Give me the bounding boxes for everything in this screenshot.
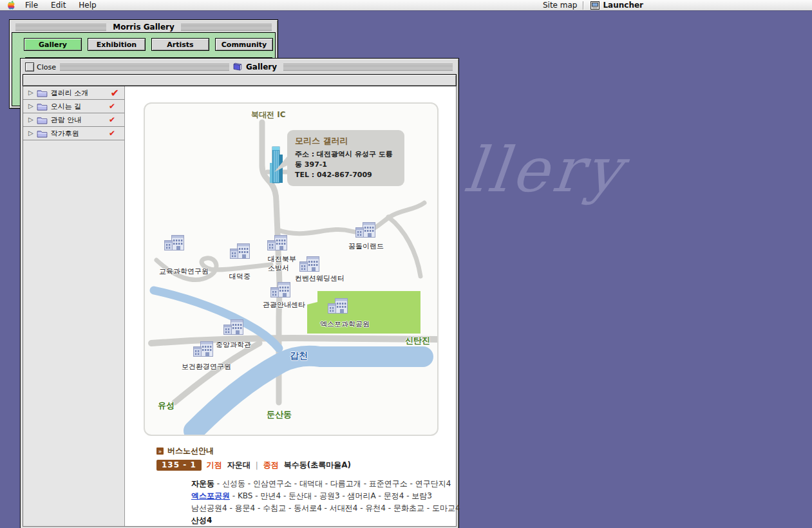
- close-label: Close: [37, 63, 56, 71]
- bus-stops-line-3: 남선공원4 - 용문4 - 수침교 - 동서로4 - 서대전4 - 유천4 - …: [191, 503, 460, 514]
- gallery-window-title: Gallery: [242, 62, 281, 71]
- building-icon: [298, 254, 321, 274]
- menu-launcher[interactable]: Launcher: [603, 1, 643, 10]
- building-icon: [354, 220, 377, 240]
- building-icon: [326, 296, 350, 316]
- bus-number-badge: 135 - 1: [156, 460, 202, 471]
- bus-stops-line-2: 엑스포공원 - KBS - 만년4 - 둔산대 - 공원3 - 샘머리A - 문…: [191, 491, 432, 502]
- tab-community[interactable]: Community: [215, 38, 273, 51]
- tab-gallery[interactable]: Gallery: [24, 38, 82, 51]
- bus-stops: - KBS - 만년4 - 둔산대 - 공원3 - 샘머리A - 문정4 - 보…: [230, 491, 432, 500]
- building-icon: [229, 241, 252, 261]
- apple-menu-icon[interactable]: [6, 1, 16, 10]
- titlebar-stripes: [181, 24, 272, 31]
- destination-label: 종점: [263, 460, 279, 471]
- check-icon: ✔: [109, 102, 115, 111]
- sidebar-item-label: 갤러리 소개: [51, 88, 89, 98]
- map-label-daedeok-middle: 대덕중: [229, 272, 250, 281]
- bus-stop-head: 자운동: [191, 479, 214, 488]
- info-bubble-tail: [274, 156, 288, 173]
- building-icon: [266, 233, 289, 252]
- location-map: 모리스 갤러리 주소 : 대전광역시 유성구 도룡동 397-1 TEL : 0…: [144, 102, 439, 436]
- sidebar-item-label: 작가후원: [51, 129, 79, 138]
- gallery-book-icon: [232, 62, 242, 71]
- gallery-window-content: ▷ 갤러리 소개 ✔ ▷ 오시는 길 ✔ ▷ 관람 안내 ✔ ▷ 작가후원: [23, 86, 457, 527]
- check-icon: ✔: [109, 129, 115, 138]
- gallery-info-bubble: 모리스 갤러리 주소 : 대전광역시 유성구 도룡동 397-1 TEL : 0…: [287, 130, 404, 186]
- gallery-phone: TEL : 042-867-7009: [295, 170, 397, 180]
- sidebar-item-directions[interactable]: ▷ 오시는 길 ✔: [23, 100, 124, 113]
- disclosure-triangle-icon[interactable]: ▷: [28, 103, 33, 109]
- menu-help[interactable]: Help: [79, 1, 96, 10]
- building-icon: [222, 317, 245, 337]
- bus-stops: - 신성동 - 인삼연구소 - 대덕대 - 다름고개 - 표준연구소 - 연구단…: [214, 479, 451, 488]
- check-icon: ✔: [111, 87, 119, 99]
- building-icon: [192, 339, 215, 359]
- sidebar-item-gallery-intro[interactable]: ▷ 갤러리 소개 ✔: [23, 86, 124, 100]
- gallery-toolbar-strip: [23, 74, 457, 86]
- map-label-dunsandong: 둔산동: [267, 409, 292, 420]
- gallery-window-titlebar[interactable]: Close Gallery: [23, 61, 457, 73]
- map-label-yuseong: 유성: [158, 400, 175, 411]
- gallery-address: 주소 : 대전광역시 유성구 도룡동 397-1: [295, 149, 397, 170]
- map-label-health-env-institute: 보건환경연구원: [182, 362, 231, 372]
- folder-icon: [37, 89, 48, 97]
- check-icon: ✔: [109, 115, 115, 124]
- separator: |: [256, 461, 258, 470]
- map-label-tourist-info: 관광안내센타: [263, 300, 305, 310]
- titlebar-stripes: [15, 24, 106, 31]
- sidebar-item-label: 오시는 길: [51, 102, 82, 111]
- menu-site-map[interactable]: Site map: [543, 1, 578, 10]
- disclosure-triangle-icon[interactable]: ▷: [28, 130, 33, 137]
- map-label-central-science-museum: 중앙과학관: [216, 340, 251, 350]
- building-icon: [269, 280, 292, 299]
- desktop-watermark: llery: [461, 134, 628, 206]
- disclosure-triangle-icon[interactable]: ▷: [28, 117, 33, 123]
- building-icon: [163, 233, 186, 252]
- bus-stops-line-1: 자운동 - 신성동 - 인삼연구소 - 대덕대 - 다름고개 - 표준연구소 -…: [191, 478, 451, 489]
- bus-section-title: 버스노선안내: [167, 446, 214, 457]
- menu-bar: File Edit Help Site map Launcher: [0, 0, 812, 11]
- origin-label: 기점: [207, 460, 222, 471]
- morris-window-titlebar[interactable]: Morris Gallery: [12, 22, 276, 32]
- folder-icon: [37, 116, 48, 124]
- sidebar: ▷ 갤러리 소개 ✔ ▷ 오시는 길 ✔ ▷ 관람 안내 ✔ ▷ 작가후원: [23, 86, 125, 526]
- titlebar-stripes: [60, 64, 229, 71]
- map-label-expo-science-park: 엑스포과학공원: [320, 319, 370, 329]
- close-box[interactable]: [25, 62, 34, 71]
- menu-file[interactable]: File: [25, 1, 38, 10]
- sidebar-item-visit-info[interactable]: ▷ 관람 안내 ✔: [23, 113, 124, 127]
- map-label-fire-station-1: 대전북부: [268, 254, 296, 264]
- map-label-convention-wedding: 컨벤션웨딩센터: [295, 274, 345, 283]
- folder-icon: [37, 129, 48, 138]
- disclosure-triangle-icon[interactable]: ▷: [28, 90, 33, 96]
- map-label-kkumdori-land: 꿈돌이랜드: [348, 241, 384, 251]
- folder-icon: [37, 102, 48, 111]
- morris-tab-row: Gallery Exhibition Artists Community: [24, 38, 273, 51]
- map-label-gapcheon-river: 갑천: [290, 350, 308, 362]
- destination-value: 복수동(초록마을A): [284, 460, 351, 471]
- gallery-info-title: 모리스 갤러리: [295, 135, 397, 147]
- sidebar-item-label: 관람 안내: [51, 115, 82, 125]
- tab-exhibition[interactable]: Exhibition: [88, 38, 146, 51]
- map-label-sintanjin: 신탄진: [405, 335, 430, 346]
- morris-window-title: Morris Gallery: [109, 23, 178, 32]
- bus-bullet-icon: »: [156, 448, 164, 455]
- expo-park-link[interactable]: 엑스포공원: [191, 491, 230, 500]
- menu-edit[interactable]: Edit: [51, 1, 66, 10]
- bus-stops-line-4: 산성4: [191, 515, 212, 526]
- tab-artists[interactable]: Artists: [151, 38, 209, 51]
- menubar-divider: [583, 1, 585, 10]
- gallery-window: Close Gallery ▷ 갤러리 소개 ✔ ▷ 오시는 길 ✔ ▷: [20, 58, 459, 528]
- map-label-education-science: 교육과학연구원: [159, 267, 209, 276]
- sidebar-item-artist-support[interactable]: ▷ 작가후원 ✔: [23, 127, 124, 140]
- origin-value: 자운대: [227, 460, 250, 471]
- bus-stop-last: 산성4: [191, 516, 212, 525]
- map-label-bukdaejeon-ic: 북대전 IC: [251, 109, 285, 120]
- main-content: 모리스 갤러리 주소 : 대전광역시 유성구 도룡동 397-1 TEL : 0…: [125, 86, 456, 526]
- launcher-icon: [590, 1, 600, 10]
- map-label-fire-station-2: 소방서: [268, 263, 289, 273]
- titlebar-stripes: [283, 64, 453, 71]
